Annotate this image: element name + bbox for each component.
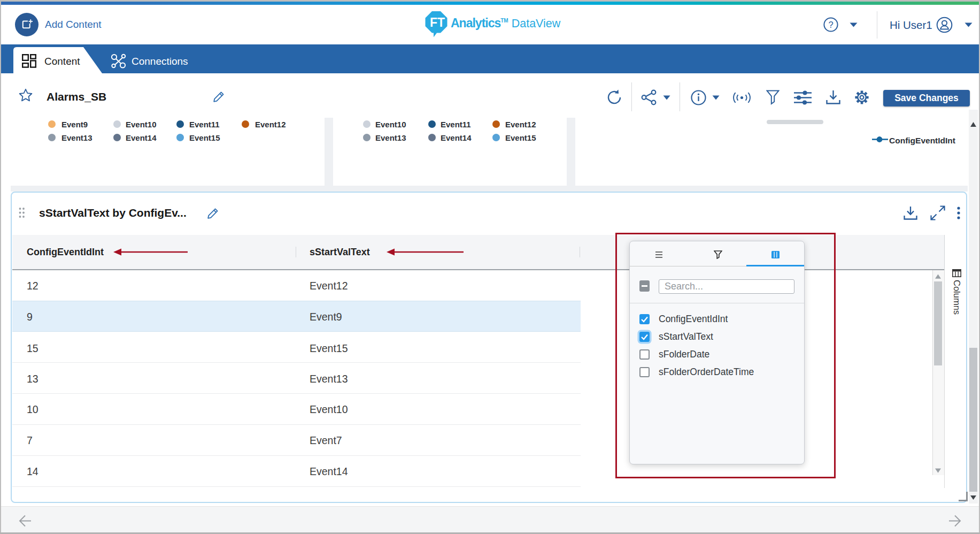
svg-text:FT: FT (430, 16, 445, 29)
svg-text:?: ? (828, 20, 833, 29)
